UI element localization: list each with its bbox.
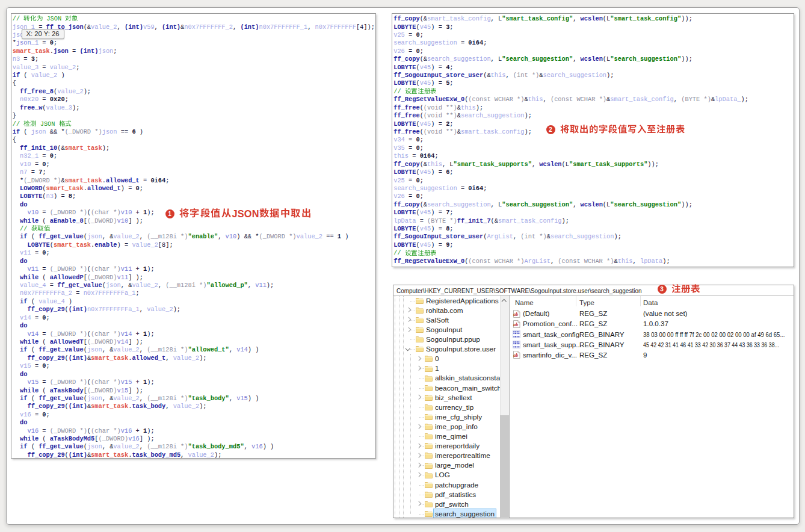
svg-text:ab: ab [513, 353, 518, 358]
svg-text:ab: ab [513, 322, 518, 327]
svg-text:ab: ab [513, 312, 518, 317]
